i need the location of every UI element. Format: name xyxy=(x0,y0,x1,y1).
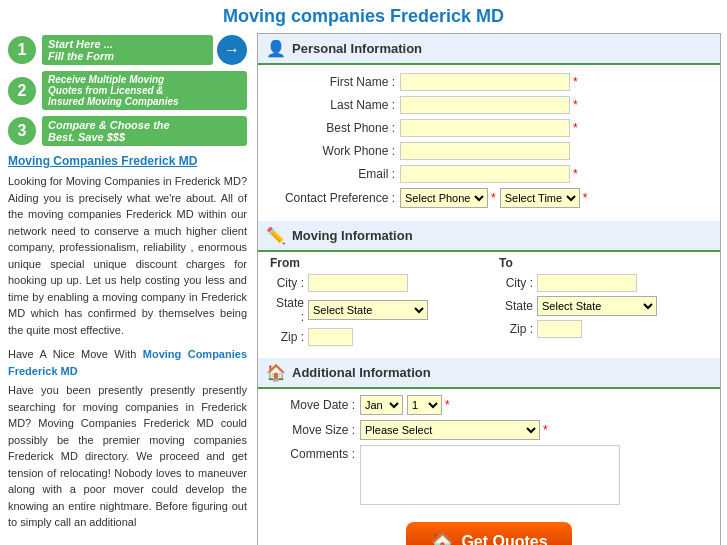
submit-row: 🏠 Get Quotes xyxy=(258,516,720,545)
contact-time-select[interactable]: Select Time Morning Afternoon Evening xyxy=(500,188,580,208)
step-1-arrow[interactable]: → xyxy=(217,35,247,65)
first-name-row: First Name : * xyxy=(270,73,708,91)
contact-time-required: * xyxy=(583,191,588,205)
from-city-row: City : xyxy=(270,274,479,292)
step-2-number: 2 xyxy=(8,77,36,105)
sidebar-heading-2: Have A Nice Move With Moving Companies F… xyxy=(8,346,247,379)
email-input[interactable] xyxy=(400,165,570,183)
moving-cols: From City : State : Select State ALAKAZA… xyxy=(258,252,720,358)
to-city-label: City : xyxy=(499,276,537,290)
to-zip-row: Zip : xyxy=(499,320,708,338)
work-phone-label: Work Phone : xyxy=(270,144,400,158)
from-state-label: State : xyxy=(270,296,308,324)
sidebar-paragraph-2: Have you been presently presently presen… xyxy=(8,382,247,531)
step-3-number: 3 xyxy=(8,117,36,145)
form-panel: 👤 Personal Information First Name : * La… xyxy=(257,33,721,545)
moving-to-col: To City : State Select State ALAKAZARCA … xyxy=(499,256,708,350)
personal-info-title: Personal Information xyxy=(292,41,422,56)
from-state-select[interactable]: Select State ALAKAZARCA COCTDEFLGA HIIDI… xyxy=(308,300,428,320)
personal-info-header: 👤 Personal Information xyxy=(258,34,720,65)
to-label: To xyxy=(499,256,708,270)
move-size-select[interactable]: Please Select Studio 1 Bedroom 2 Bedroom… xyxy=(360,420,540,440)
last-name-required: * xyxy=(573,98,578,112)
get-quotes-label: Get Quotes xyxy=(461,533,547,545)
personal-info-icon: 👤 xyxy=(266,39,286,58)
email-row: Email : * xyxy=(270,165,708,183)
move-size-row: Move Size : Please Select Studio 1 Bedro… xyxy=(270,420,708,440)
last-name-input[interactable] xyxy=(400,96,570,114)
move-day-select[interactable]: 12345 678910 1112131415 1617181920 21222… xyxy=(407,395,442,415)
from-city-input[interactable] xyxy=(308,274,408,292)
moving-companies-link-2[interactable]: Moving Companies Frederick MD xyxy=(8,348,247,377)
moving-info-title: Moving Information xyxy=(292,228,413,243)
moving-companies-link[interactable]: Moving Companies Frederick MD xyxy=(8,154,247,168)
house-icon: 🏠 xyxy=(430,530,455,545)
from-zip-label: Zip : xyxy=(270,330,308,344)
from-zip-input[interactable] xyxy=(308,328,353,346)
get-quotes-button[interactable]: 🏠 Get Quotes xyxy=(406,522,571,545)
first-name-required: * xyxy=(573,75,578,89)
from-state-row: State : Select State ALAKAZARCA COCTDEFL… xyxy=(270,296,479,324)
first-name-input[interactable] xyxy=(400,73,570,91)
step-1: 1 Start Here ... Fill the Form → xyxy=(8,35,247,65)
additional-info-title: Additional Information xyxy=(292,365,431,380)
move-month-select[interactable]: JanFebMarApr MayJunJulAug SepOctNovDec xyxy=(360,395,403,415)
to-state-label: State xyxy=(499,299,537,313)
best-phone-required: * xyxy=(573,121,578,135)
move-date-label: Move Date : xyxy=(270,398,360,412)
contact-pref-row: Contact Preference : Select Phone Phone … xyxy=(270,188,708,208)
from-zip-row: Zip : xyxy=(270,328,479,346)
contact-pref-label: Contact Preference : xyxy=(270,191,400,205)
step-1-text: Start Here ... Fill the Form xyxy=(42,35,213,65)
moving-info-icon: ✏️ xyxy=(266,226,286,245)
email-required: * xyxy=(573,167,578,181)
move-size-label: Move Size : xyxy=(270,423,360,437)
move-size-required: * xyxy=(543,423,548,437)
page-title: Moving companies Frederick MD xyxy=(0,0,727,31)
from-label: From xyxy=(270,256,479,270)
first-name-label: First Name : xyxy=(270,75,400,89)
step-3-text: Compare & Choose the Best. Save $$$ xyxy=(42,116,247,146)
sidebar: 1 Start Here ... Fill the Form → 2 Recei… xyxy=(0,31,255,545)
comments-row: Comments : xyxy=(270,445,708,505)
to-city-input[interactable] xyxy=(537,274,637,292)
move-date-required: * xyxy=(445,398,450,412)
to-city-row: City : xyxy=(499,274,708,292)
additional-info-icon: 🏠 xyxy=(266,363,286,382)
work-phone-input[interactable] xyxy=(400,142,570,160)
personal-info-section: First Name : * Last Name : * Best Phone … xyxy=(258,65,720,221)
contact-pref-select[interactable]: Select Phone Phone Email xyxy=(400,188,488,208)
last-name-label: Last Name : xyxy=(270,98,400,112)
comments-input[interactable] xyxy=(360,445,620,505)
comments-label: Comments : xyxy=(270,445,360,461)
step-2-text: Receive Multiple Moving Quotes from Lice… xyxy=(42,71,247,110)
to-zip-input[interactable] xyxy=(537,320,582,338)
best-phone-label: Best Phone : xyxy=(270,121,400,135)
move-date-row: Move Date : JanFebMarApr MayJunJulAug Se… xyxy=(270,395,708,415)
sidebar-paragraph-1: Looking for Moving Companies in Frederic… xyxy=(8,173,247,338)
moving-from-col: From City : State : Select State ALAKAZA… xyxy=(270,256,479,350)
work-phone-row: Work Phone : xyxy=(270,142,708,160)
step-1-number: 1 xyxy=(8,36,36,64)
from-city-label: City : xyxy=(270,276,308,290)
additional-info-header: 🏠 Additional Information xyxy=(258,358,720,389)
moving-info-header: ✏️ Moving Information xyxy=(258,221,720,252)
step-2: 2 Receive Multiple Moving Quotes from Li… xyxy=(8,71,247,110)
best-phone-input[interactable] xyxy=(400,119,570,137)
best-phone-row: Best Phone : * xyxy=(270,119,708,137)
additional-info-section: Move Date : JanFebMarApr MayJunJulAug Se… xyxy=(258,389,720,516)
to-state-row: State Select State ALAKAZARCA COCTDEFLGA… xyxy=(499,296,708,316)
to-zip-label: Zip : xyxy=(499,322,537,336)
last-name-row: Last Name : * xyxy=(270,96,708,114)
step-3: 3 Compare & Choose the Best. Save $$$ xyxy=(8,116,247,146)
contact-pref-required: * xyxy=(491,191,496,205)
email-label: Email : xyxy=(270,167,400,181)
to-state-select[interactable]: Select State ALAKAZARCA COCTDEFLGA HIIDI… xyxy=(537,296,657,316)
